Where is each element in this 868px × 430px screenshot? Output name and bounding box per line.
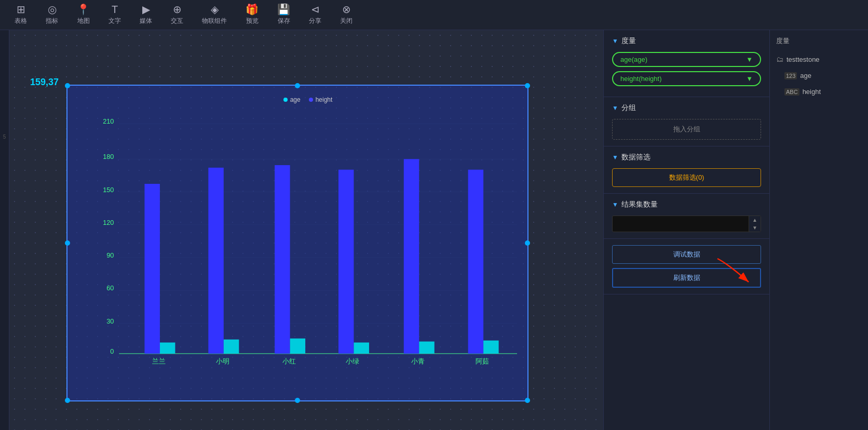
toolbar-item-map[interactable]: 📍 地图: [67, 2, 99, 28]
resize-handle-bl[interactable]: [65, 398, 70, 403]
dropdown-age[interactable]: age(age) ▼: [612, 52, 761, 67]
legend-item-height: height: [309, 96, 333, 103]
drag-drop-fenzu[interactable]: 拖入分组: [612, 119, 761, 140]
result-count-input[interactable]: [613, 216, 749, 232]
far-right-panel: 度量 🗂 testtestone 123 age ABC height: [769, 30, 868, 430]
chart-legend: age height: [99, 96, 517, 103]
age-field-label: age: [800, 72, 811, 79]
bar-height-xiaolv: [338, 170, 354, 354]
map-icon: 📍: [77, 4, 90, 15]
chart-svg: 210 180 150 120 90 60 30 0: [99, 109, 517, 371]
toolbar-item-save[interactable]: 💾 保存: [268, 2, 300, 28]
svg-text:0: 0: [110, 347, 114, 355]
toolbar-item-interact[interactable]: ⊕ 交互: [161, 2, 193, 28]
refresh-button-label: 刷新数据: [673, 274, 700, 281]
svg-text:90: 90: [106, 251, 114, 259]
resize-handle-mr[interactable]: [525, 240, 530, 246]
result-count-input-container: ▲ ▼: [612, 216, 761, 232]
collapse-icon-fenzu[interactable]: ▼: [612, 104, 618, 112]
filter-button-label: 数据筛选(0): [669, 173, 704, 181]
bar-age-lilan: [160, 343, 175, 354]
refresh-button[interactable]: 刷新数据: [612, 268, 761, 288]
folder-name: testtestone: [786, 56, 820, 63]
canvas-area[interactable]: 159,37 age height: [9, 30, 603, 430]
abc-icon: ABC: [784, 88, 799, 96]
collapse-icon-jieguo[interactable]: ▼: [612, 201, 618, 208]
svg-text:120: 120: [103, 219, 114, 226]
bar-age-xiaoqing: [419, 342, 434, 354]
bar-height-lilan: [144, 184, 159, 354]
xlabel-xiaohong: 小红: [282, 357, 296, 365]
filter-button[interactable]: 数据筛选(0): [612, 168, 761, 187]
coordinates: 159,37: [30, 77, 59, 88]
number-spinners: ▲ ▼: [749, 216, 761, 232]
iot-icon: ◈: [211, 4, 219, 15]
resize-handle-tc[interactable]: [295, 83, 300, 88]
bar-age-xiaolv: [354, 343, 369, 354]
data-age-item[interactable]: 123 age: [776, 70, 862, 82]
interact-icon: ⊕: [173, 4, 182, 15]
section-jieguo: ▼ 结果集数量 ▲ ▼: [604, 194, 769, 239]
close-icon: ⊗: [342, 4, 351, 15]
toolbar-label-table: 表格: [15, 17, 27, 25]
svg-text:60: 60: [106, 284, 114, 292]
height-field-label: height: [803, 88, 821, 96]
resize-handle-tl[interactable]: [65, 83, 70, 88]
collapse-icon-duliang[interactable]: ▼: [612, 37, 618, 45]
bar-height-xiaoqing: [404, 159, 419, 354]
resize-handle-bc[interactable]: [295, 398, 300, 403]
resize-handle-tr[interactable]: [525, 83, 530, 88]
toolbar-item-text[interactable]: T 文字: [99, 2, 130, 28]
toolbar-label-interact: 交互: [171, 17, 183, 25]
toolbar-item-close[interactable]: ⊗ 关闭: [331, 2, 362, 28]
toolbar-label-iot: 物联组件: [202, 17, 227, 25]
folder-icon: 🗂: [776, 55, 783, 63]
resize-handle-br[interactable]: [525, 398, 530, 403]
toolbar-label-share: 分享: [309, 17, 321, 25]
toolbar-item-iot[interactable]: ◈ 物联组件: [193, 2, 236, 28]
share-icon: ⊲: [311, 4, 320, 15]
metric-icon: ◎: [48, 4, 57, 15]
toolbar-item-metric[interactable]: ◎ 指标: [36, 2, 67, 28]
data-height-item[interactable]: ABC height: [776, 86, 862, 98]
media-icon: ▶: [142, 4, 150, 15]
dropdown-age-label: age(age): [620, 56, 647, 63]
num-icon: 123: [784, 72, 797, 79]
toolbar-label-media: 媒体: [140, 17, 152, 25]
dropdown-age-arrow: ▼: [746, 56, 753, 63]
legend-dot-age: [283, 98, 288, 102]
bar-age-xiaoming: [224, 340, 239, 354]
collapse-icon-shaixuan[interactable]: ▼: [612, 154, 618, 161]
bar-height-aru: [468, 170, 483, 354]
svg-text:30: 30: [106, 317, 114, 325]
section-jieguo-header: ▼ 结果集数量: [612, 200, 761, 209]
section-actions: 调试数据 刷新数据: [604, 239, 769, 294]
right-panel: ▼ 度量 age(age) ▼ height(height) ▼ ▼ 分组 拖入…: [603, 30, 769, 430]
resize-handle-ml[interactable]: [65, 240, 70, 246]
chart-container[interactable]: age height 210 180 150 120 90 60: [66, 85, 528, 401]
far-right-title: 度量: [776, 36, 862, 46]
toolbar-item-share[interactable]: ⊲ 分享: [300, 2, 331, 28]
toolbar: ⊞ 表格 ◎ 指标 📍 地图 T 文字 ▶ 媒体 ⊕ 交互 ◈ 物联组件 🎁 预…: [0, 0, 868, 30]
spinner-up[interactable]: ▲: [749, 216, 761, 224]
left-sidebar: 5: [0, 30, 9, 430]
toolbar-label-map: 地图: [77, 17, 90, 25]
dropdown-height-label: height(height): [620, 75, 662, 83]
toolbar-item-table[interactable]: ⊞ 表格: [5, 2, 36, 28]
toolbar-label-close: 关闭: [340, 17, 352, 25]
bar-age-xiaohong: [290, 339, 305, 354]
section-fenzu: ▼ 分组 拖入分组: [604, 97, 769, 146]
svg-text:210: 210: [103, 117, 114, 125]
dropdown-height[interactable]: height(height) ▼: [612, 71, 761, 86]
drag-drop-text: 拖入分组: [673, 125, 700, 133]
toolbar-item-media[interactable]: ▶ 媒体: [130, 2, 161, 28]
toolbar-label-metric: 指标: [46, 17, 58, 25]
section-shaixuan-title: 数据筛选: [621, 153, 650, 162]
section-jieguo-title: 结果集数量: [621, 200, 658, 209]
toolbar-item-preview[interactable]: 🎁 预览: [236, 2, 268, 28]
debug-button[interactable]: 调试数据: [612, 245, 761, 264]
text-icon: T: [112, 4, 118, 15]
data-folder-item[interactable]: 🗂 testtestone: [776, 53, 862, 65]
xlabel-aru: 阿茹: [476, 357, 489, 365]
spinner-down[interactable]: ▼: [749, 224, 761, 232]
